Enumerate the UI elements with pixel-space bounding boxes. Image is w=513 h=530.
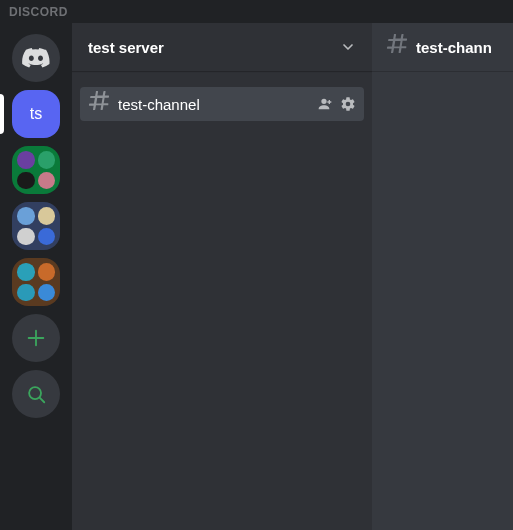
server-name: test server — [88, 39, 164, 56]
home-button[interactable] — [12, 34, 60, 82]
guild-folder-1[interactable] — [12, 146, 60, 194]
folder-guild-icon — [38, 151, 56, 169]
folder-guild-icon — [17, 284, 35, 302]
guild-folder-3[interactable] — [12, 258, 60, 306]
server-header[interactable]: test server — [72, 23, 372, 71]
folder-guild-icon — [38, 207, 56, 225]
plus-icon — [25, 327, 47, 349]
channel-list: test-channel — [72, 71, 372, 137]
folder-guild-icon — [17, 263, 35, 281]
folder-guild-icon — [38, 228, 56, 246]
discord-logo-icon — [22, 48, 50, 68]
chat-title: test-chann — [416, 39, 492, 56]
guild-folder-2[interactable] — [12, 202, 60, 250]
add-user-icon[interactable] — [318, 96, 334, 112]
hash-icon — [88, 91, 110, 117]
hash-icon — [386, 34, 408, 60]
channel-item[interactable]: test-channel — [80, 87, 364, 121]
main-panel: test server test-channel — [72, 22, 513, 530]
brand-wordmark: DISCORD — [9, 5, 68, 19]
channel-sidebar: test server test-channel — [72, 22, 372, 530]
svg-line-1 — [40, 398, 45, 403]
folder-guild-icon — [38, 263, 56, 281]
add-server-button[interactable] — [12, 314, 60, 362]
chat-area: test-chann — [372, 22, 513, 530]
folder-guild-icon — [17, 228, 35, 246]
app-root: ts test serve — [0, 22, 513, 530]
folder-guild-icon — [17, 207, 35, 225]
gear-icon[interactable] — [340, 96, 356, 112]
guild-test-server[interactable]: ts — [12, 90, 60, 138]
guild-sidebar: ts — [0, 22, 72, 530]
folder-guild-icon — [38, 284, 56, 302]
selection-pill — [0, 94, 4, 134]
folder-guild-icon — [17, 172, 35, 190]
folder-guild-icon — [17, 151, 35, 169]
channel-name: test-channel — [118, 96, 310, 113]
chevron-down-icon — [340, 39, 356, 55]
chat-header: test-chann — [372, 23, 513, 71]
folder-guild-icon — [38, 172, 56, 190]
explore-button[interactable] — [12, 370, 60, 418]
search-icon — [25, 383, 47, 405]
guild-acronym: ts — [30, 105, 42, 123]
